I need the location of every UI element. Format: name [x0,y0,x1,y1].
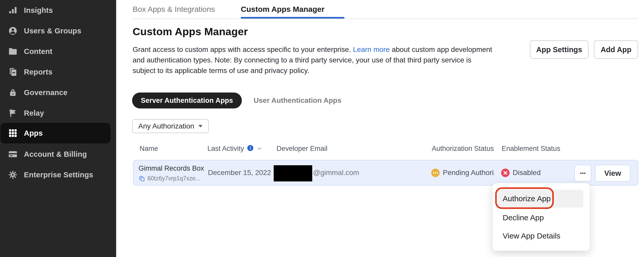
authorization-status: Pending Authorization [431,160,494,185]
menu-item-decline-app[interactable]: Decline App [497,211,583,224]
sidebar-item-enterprise-settings[interactable]: Enterprise Settings [0,164,116,185]
ellipsis-icon [579,169,587,177]
view-button[interactable]: View [595,165,630,182]
grid-icon [8,128,18,138]
column-header-name: Name [140,145,158,153]
enablement-status-value: Disabled [513,169,541,177]
gear-icon [8,170,18,180]
menu-item-authorize-app[interactable]: Authorize App [497,190,583,208]
box-admin-console: Insights Users & Groups Content Reports [0,0,644,257]
sidebar-item-insights[interactable]: Insights [0,0,116,21]
app-settings-button[interactable]: App Settings [530,40,588,59]
sidebar-item-reports[interactable]: Reports [0,62,116,82]
table-row: Gimmal Records Box 60tz6y7vrp1q7xze... D… [133,160,638,186]
row-more-actions-button[interactable] [574,165,591,182]
auth-type-segment: Server Authentication Apps User Authenti… [132,93,342,108]
sidebar-item-label: Content [24,47,52,56]
app-id: 60tz6y7vrp1q7xze... [148,175,200,182]
sidebar-item-users-groups[interactable]: Users & Groups [0,21,116,41]
segment-user-auth-apps[interactable]: User Authentication Apps [254,96,342,105]
caret-down-icon [198,125,203,127]
sidebar-item-relay[interactable]: Relay [0,103,116,123]
sidebar-item-label: Users & Groups [24,27,81,35]
add-app-button[interactable]: Add App [594,40,638,59]
segment-server-auth-apps[interactable]: Server Authentication Apps [132,93,242,108]
description-line: Grant access to custom apps with access … [133,44,518,55]
authorization-filter-dropdown[interactable]: Any Authorization [132,119,209,133]
sidebar-item-label: Relay [24,109,44,117]
description-text: about custom app development [390,45,492,53]
description-line: and authentication types. Note: By conne… [133,55,518,65]
column-header-enablement-status: Enablement Status [502,145,560,153]
authorization-status-value: Pending Authorization [443,169,494,177]
enablement-status: Disabled [501,160,541,185]
page-title: Custom Apps Manager [133,26,248,38]
app-id-copy[interactable]: 60tz6y7vrp1q7xze... [139,175,200,182]
sidebar-item-label: Reports [24,68,52,76]
disabled-status-icon [501,169,510,177]
user-icon [8,26,18,36]
learn-more-link[interactable]: Learn more [353,45,390,53]
sidebar-item-label: Insights [24,6,53,15]
sidebar: Insights Users & Groups Content Reports [0,0,116,257]
last-activity-value: December 15, 2022 [208,160,271,185]
redacted-email-prefix [274,165,312,181]
flag-icon [8,108,18,118]
app-name: Gimmal Records Box [139,164,204,172]
column-header-developer-email: Developer Email [277,145,327,153]
sidebar-item-label: Governance [24,88,68,97]
sidebar-item-account-billing[interactable]: Account & Billing [0,144,116,164]
tab-custom-apps-manager[interactable]: Custom Apps Manager [241,0,325,19]
developer-email-domain: @gimmal.com [313,160,359,185]
sidebar-item-label: Account & Billing [24,150,87,159]
description-text: Grant access to custom apps with access … [133,45,353,53]
description-line: subject to its applicable terms of use a… [133,65,518,76]
sidebar-item-label: Enterprise Settings [24,171,93,179]
sort-chevron-down-icon[interactable] [256,145,263,152]
sidebar-item-label: Apps [24,129,43,137]
lock-icon [8,87,18,98]
copy-icon [139,175,145,182]
main-content: Box Apps & Integrations Custom Apps Mana… [116,0,644,257]
pending-status-icon [431,169,440,177]
info-icon[interactable] [247,144,254,152]
bar-chart-icon [8,5,18,15]
tab-box-apps-integrations[interactable]: Box Apps & Integrations [133,0,215,19]
folder-icon [8,46,18,57]
sidebar-item-content[interactable]: Content [0,41,116,62]
report-icon [8,67,18,77]
sidebar-item-apps[interactable]: Apps [1,123,111,143]
row-actions-context-menu: Authorize App Decline App View App Detai… [493,183,590,251]
page-description: Grant access to custom apps with access … [133,44,518,76]
sidebar-item-governance[interactable]: Governance [0,82,116,103]
dropdown-selected-value: Any Authorization [138,122,194,130]
menu-item-view-app-details[interactable]: View App Details [497,229,583,243]
credit-card-icon [8,149,18,159]
column-header-last-activity[interactable]: Last Activity [207,145,244,153]
tabs-divider [132,19,638,19]
column-header-authorization-status: Authorization Status [432,145,494,153]
